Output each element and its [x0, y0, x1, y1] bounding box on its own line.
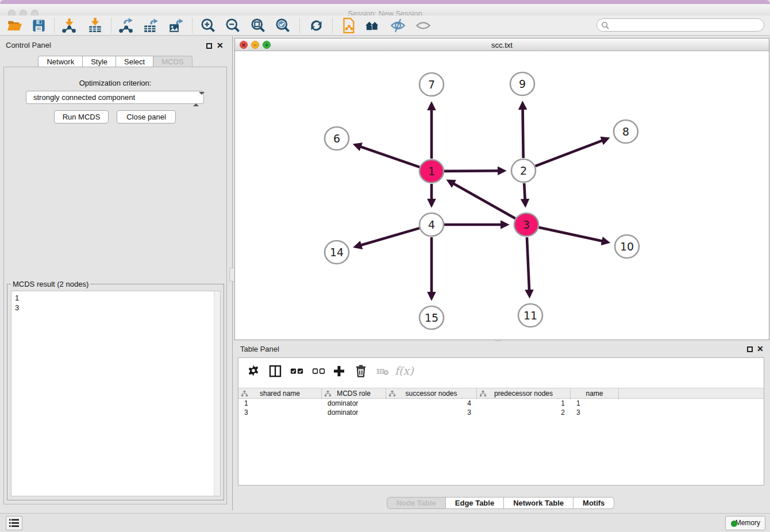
column-header-shared-name[interactable]: shared name — [238, 388, 322, 399]
eye-icon[interactable] — [415, 18, 431, 33]
zoom-fit-icon[interactable] — [251, 18, 266, 33]
column-label: name — [586, 390, 603, 398]
column-header-MCDS-role[interactable]: MCDS role — [322, 388, 386, 399]
add-column-icon[interactable] — [332, 364, 346, 378]
import-table-icon[interactable] — [87, 18, 103, 33]
hide-unchecked-columns-icon[interactable] — [312, 364, 326, 378]
close-table-panel-icon[interactable]: ✕ — [757, 344, 764, 353]
column-header-predecessor-nodes[interactable]: predecessor nodes — [477, 388, 571, 399]
table-row[interactable]: 1dominator411 — [238, 399, 764, 408]
split-columns-icon[interactable] — [268, 364, 282, 378]
delete-column-icon[interactable] — [354, 364, 368, 378]
column-label: shared name — [260, 390, 300, 398]
toolbar-separator — [332, 18, 333, 33]
tab-node-table[interactable]: Node Table — [387, 497, 446, 509]
column-header-successor-nodes[interactable]: successor nodes — [386, 388, 477, 399]
table-header-row: shared nameMCDS rolesuccessor nodesprede… — [238, 388, 764, 399]
cell-MCDS-role[interactable]: dominator — [322, 408, 386, 417]
network-view-window: ✕ – + scc.txt 7968124314101511 — [234, 38, 769, 340]
node-label-15: 15 — [425, 311, 438, 324]
result-scrollbar[interactable] — [214, 291, 220, 496]
edge-3-1[interactable] — [449, 181, 515, 219]
edge-4-14[interactable] — [356, 228, 419, 246]
table-row[interactable]: 3dominator323 — [238, 408, 764, 417]
export-image-icon[interactable] — [168, 18, 184, 33]
mcds-result-textarea[interactable]: 13 — [11, 291, 221, 496]
column-label: MCDS role — [337, 390, 371, 398]
node-label-2: 2 — [520, 164, 527, 177]
search-icon — [601, 21, 610, 30]
cell-name[interactable]: 1 — [571, 399, 619, 408]
cell-predecessor-nodes[interactable]: 2 — [477, 408, 571, 417]
tab-network[interactable]: Network — [38, 56, 83, 67]
network-window-title: scc.txt — [235, 41, 769, 49]
cell-MCDS-role[interactable]: dominator — [322, 399, 386, 408]
cell-successor-nodes[interactable]: 4 — [386, 399, 477, 408]
mcds-result-title: MCDS result (2 nodes) — [11, 280, 90, 288]
network-window-titlebar[interactable]: ✕ – + scc.txt — [235, 38, 769, 51]
node-label-4: 4 — [428, 218, 435, 231]
hide-eye-icon[interactable] — [390, 18, 406, 33]
cell-predecessor-nodes[interactable]: 1 — [477, 399, 571, 408]
edge-3-10[interactable] — [538, 228, 607, 242]
tab-mcds[interactable]: MCDS — [153, 56, 192, 67]
cell-name[interactable]: 3 — [571, 408, 619, 417]
zoom-in-icon[interactable] — [201, 18, 216, 33]
title-bar: Session: New Session — [0, 4, 770, 16]
delete-table-icon[interactable] — [376, 364, 390, 378]
mcds-result-lines: 13 — [15, 293, 220, 313]
column-header-name[interactable]: name — [571, 388, 619, 399]
refresh-icon[interactable] — [309, 18, 324, 33]
save-session-icon[interactable] — [31, 18, 47, 33]
edge-2-3[interactable] — [524, 183, 525, 205]
export-network-icon[interactable] — [118, 18, 133, 33]
export-table-icon[interactable] — [143, 18, 159, 33]
task-history-button[interactable] — [6, 516, 22, 530]
node-label-9: 9 — [519, 78, 526, 90]
run-mcds-button[interactable]: Run MCDS — [54, 110, 109, 124]
toolbar-separator — [299, 18, 300, 33]
tab-select[interactable]: Select — [116, 56, 153, 67]
node-label-8: 8 — [622, 125, 629, 138]
cell-successor-nodes[interactable]: 3 — [386, 408, 477, 417]
node-label-10: 10 — [620, 240, 634, 253]
tab-network-table[interactable]: Network Table — [504, 497, 573, 509]
toolbar-separator — [111, 18, 111, 33]
memory-button[interactable]: Memory — [725, 516, 765, 530]
float-panel-icon[interactable] — [206, 43, 212, 49]
network-graph-canvas[interactable]: 7968124314101511 — [235, 51, 769, 340]
close-panel-button[interactable]: Close panel — [117, 110, 176, 124]
edge-1-6[interactable] — [355, 145, 419, 167]
edge-1-2[interactable] — [444, 171, 504, 171]
table-panel-body: f(x) shared nameMCDS rolesuccessor nodes… — [238, 357, 764, 485]
float-table-panel-icon[interactable] — [747, 346, 753, 352]
node-label-11: 11 — [523, 309, 537, 322]
settings-gear-icon[interactable] — [247, 364, 260, 378]
edge-2-9[interactable] — [522, 103, 523, 158]
cell-shared-name[interactable]: 3 — [238, 408, 322, 417]
control-panel-tabs: NetworkStyleSelectMCDS — [0, 56, 230, 67]
open-session-icon[interactable] — [7, 18, 22, 33]
list-icon — [6, 516, 22, 530]
close-panel-icon[interactable]: ✕ — [217, 41, 224, 50]
mcds-result-line: 1 — [15, 293, 220, 303]
node-label-14: 14 — [330, 246, 344, 259]
tab-style[interactable]: Style — [83, 56, 116, 67]
function-builder-icon[interactable]: f(x) — [395, 364, 418, 378]
edge-3-11[interactable] — [527, 237, 530, 296]
window-top-edge — [0, 0, 770, 4]
import-network-icon[interactable] — [61, 18, 76, 33]
home-icon[interactable] — [364, 18, 380, 33]
criterion-dropdown[interactable]: strongly connected component — [26, 91, 204, 104]
network-document-icon[interactable] — [341, 18, 357, 33]
tab-motifs[interactable]: Motifs — [573, 497, 614, 509]
zoom-out-icon[interactable] — [225, 18, 241, 33]
show-checked-columns-icon[interactable] — [290, 364, 304, 378]
cell-shared-name[interactable]: 1 — [238, 399, 322, 408]
zoom-selected-icon[interactable] — [275, 18, 291, 33]
search-input[interactable] — [596, 18, 764, 32]
memory-label: Memory — [736, 519, 760, 527]
criterion-value: strongly connected component — [33, 93, 135, 102]
tab-edge-table[interactable]: Edge Table — [446, 497, 504, 509]
edge-2-8[interactable] — [536, 138, 608, 166]
